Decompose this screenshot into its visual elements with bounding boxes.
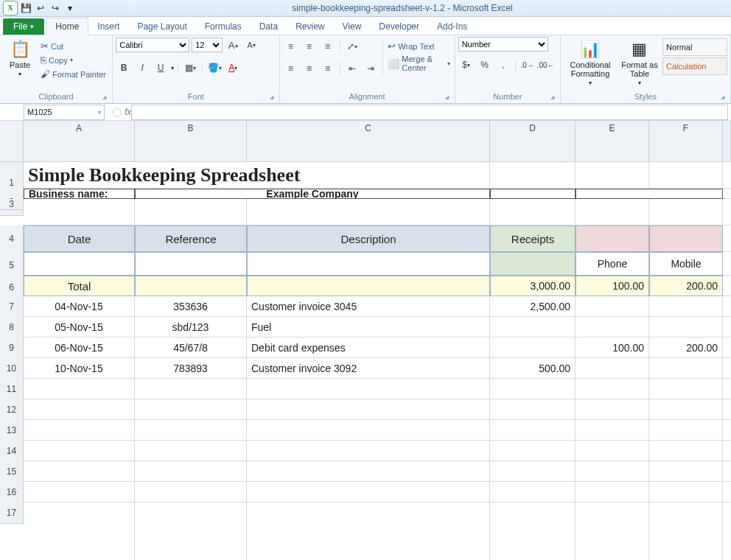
column-header-A[interactable]: A	[24, 121, 135, 162]
cell-receipts-0[interactable]: 2,500.00	[490, 296, 576, 317]
cell-gap[interactable]	[723, 461, 731, 482]
number-format-select[interactable]: Number	[458, 37, 548, 52]
cell-ref-3[interactable]: 783893	[135, 358, 247, 379]
align-bottom-button[interactable]: ≡	[320, 38, 336, 55]
cell-13-5[interactable]	[649, 420, 723, 441]
worksheet[interactable]: ABCDEF1Simple Bookkeeping Spreadsheet2Bu…	[0, 121, 731, 560]
cell-gap[interactable]	[723, 337, 731, 358]
increase-decimal-button[interactable]: .0→	[520, 57, 536, 73]
cell-15-2[interactable]	[247, 461, 490, 482]
cell-D2[interactable]	[490, 189, 576, 199]
cell-D1[interactable]	[490, 162, 576, 189]
cell-17-2[interactable]	[247, 503, 490, 560]
sub-desc[interactable]	[247, 252, 490, 276]
cell-16-2[interactable]	[247, 482, 490, 503]
cell-13-1[interactable]	[135, 420, 247, 441]
cell-r3-4[interactable]	[576, 199, 649, 225]
cell-r3-0[interactable]	[24, 199, 135, 225]
cell-14-3[interactable]	[490, 441, 576, 461]
cell-15-3[interactable]	[490, 461, 576, 482]
increase-indent-button[interactable]: ⇥	[363, 60, 379, 77]
cell-12-1[interactable]	[135, 399, 247, 420]
comma-button[interactable]: ,	[495, 57, 511, 73]
cell-15-0[interactable]	[24, 461, 135, 482]
cell-13-0[interactable]	[24, 420, 135, 441]
cell-gap[interactable]	[723, 503, 731, 560]
cell-phone-3[interactable]	[576, 358, 649, 379]
row-header-11[interactable]: 11	[0, 379, 24, 400]
save-icon[interactable]: 💾	[19, 1, 32, 15]
cell-desc-0[interactable]: Customer invoice 3045	[247, 296, 490, 317]
cell-phone-1[interactable]	[576, 317, 649, 337]
hdr-receipts[interactable]: Receipts	[490, 225, 576, 252]
cell-date-1[interactable]: 05-Nov-15	[24, 317, 135, 337]
tab-page-layout[interactable]: Page Layout	[128, 18, 195, 35]
row-header-3[interactable]: 3	[0, 199, 24, 210]
hdr-pink-1[interactable]	[576, 225, 649, 252]
align-middle-button[interactable]: ≡	[301, 38, 318, 55]
conditional-formatting-button[interactable]: 📊 Conditional Formatting▾	[564, 37, 617, 89]
total-receipts[interactable]: 3,000.00	[490, 276, 576, 296]
cell-gap[interactable]	[723, 296, 731, 317]
row-header-16[interactable]: 16	[0, 482, 24, 503]
row-header-17[interactable]: 17	[0, 503, 24, 524]
tab-view[interactable]: View	[334, 18, 371, 35]
cell-phone-0[interactable]	[576, 296, 649, 317]
column-header-D[interactable]: D	[490, 121, 576, 162]
cell-r3-1[interactable]	[135, 199, 247, 225]
row-header-7[interactable]: 7	[0, 296, 24, 318]
cell-E2[interactable]	[576, 189, 723, 199]
cell-gap[interactable]	[723, 379, 731, 399]
cell-15-1[interactable]	[135, 461, 247, 482]
cell-desc-2[interactable]: Debit card expenses	[247, 337, 490, 358]
cell-gap[interactable]	[723, 399, 731, 420]
cell-r3-3[interactable]	[490, 199, 576, 225]
cell-13-2[interactable]	[247, 420, 490, 441]
qat-customize-icon[interactable]: ▾	[63, 1, 77, 15]
hdr-date[interactable]: Date	[24, 225, 135, 252]
column-header-C[interactable]: C	[247, 121, 490, 162]
cell-F1[interactable]	[649, 162, 723, 189]
font-name-select[interactable]: Calibri	[116, 38, 189, 52]
cell-12-4[interactable]	[576, 399, 649, 420]
cell-gap[interactable]	[723, 225, 731, 252]
style-calculation[interactable]: Calculation	[662, 57, 727, 75]
row-header-12[interactable]: 12	[0, 399, 24, 421]
cell-gap[interactable]	[723, 420, 731, 441]
cell-11-1[interactable]	[135, 379, 247, 399]
fx-icon[interactable]: fx	[125, 107, 131, 117]
cell-13-4[interactable]	[576, 420, 649, 441]
cell-gap[interactable]	[723, 441, 731, 461]
cell-13-3[interactable]	[490, 420, 576, 441]
cut-button[interactable]: ✂Cut	[39, 40, 108, 52]
column-header-E[interactable]: E	[576, 121, 649, 162]
row-header-8[interactable]: 8	[0, 317, 24, 338]
cell-phone-2[interactable]: 100.00	[576, 337, 649, 358]
paste-button[interactable]: 📋 Paste ▾	[3, 37, 37, 80]
formula-bar[interactable]	[131, 105, 728, 120]
cell-desc-3[interactable]: Customer invoice 3092	[247, 358, 490, 379]
sub-date[interactable]	[24, 252, 135, 276]
cell-16-5[interactable]	[649, 482, 723, 503]
align-right-button[interactable]: ≡	[320, 60, 336, 77]
cell-gap[interactable]	[723, 199, 731, 225]
cell-14-1[interactable]	[135, 441, 247, 461]
sub-phone[interactable]: Phone	[576, 252, 649, 276]
sub-mobile[interactable]: Mobile	[649, 252, 723, 276]
accounting-format-button[interactable]: $▾	[458, 57, 475, 73]
column-header-F[interactable]: F	[649, 121, 723, 162]
row-header-10[interactable]: 10	[0, 358, 24, 379]
tab-formulas[interactable]: Formulas	[196, 18, 251, 35]
cell-gap[interactable]	[723, 189, 731, 199]
row-header-13[interactable]: 13	[0, 420, 24, 441]
cell-12-5[interactable]	[649, 399, 723, 420]
copy-button[interactable]: ⎘Copy▾	[39, 54, 108, 66]
cell-gap[interactable]	[723, 162, 731, 189]
cell-12-3[interactable]	[490, 399, 576, 420]
redo-icon[interactable]: ↪	[49, 1, 62, 15]
cell-business-label[interactable]: Business name:	[24, 189, 135, 199]
total-label[interactable]: Total	[24, 276, 135, 296]
row-header-9[interactable]: 9	[0, 337, 24, 359]
cell-17-5[interactable]	[649, 503, 723, 560]
cell-14-5[interactable]	[649, 441, 723, 461]
